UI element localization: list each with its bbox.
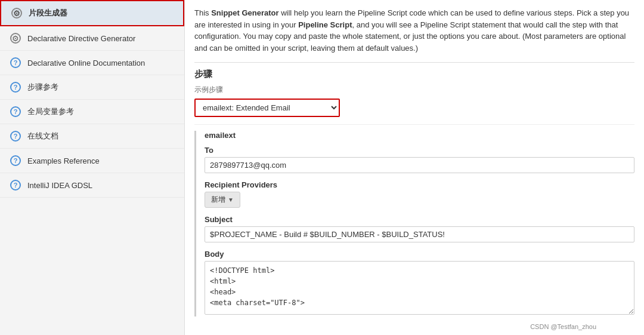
- sidebar-item-declarative-directive[interactable]: ⚙Declarative Directive Generator: [0, 26, 184, 51]
- dropdown-arrow-icon: ▼: [228, 196, 234, 203]
- watermark: CSDN @Testfan_zhou: [530, 323, 596, 330]
- description-text: This Snippet Generator will help you lea…: [194, 7, 634, 54]
- sidebar-item-label-declarative-directive: Declarative Directive Generator: [27, 34, 135, 43]
- sidebar-item-label-step-reference: 步骤参考: [27, 82, 58, 93]
- snippet-bold: Snippet Generator: [211, 8, 278, 17]
- question-icon-4: ?: [10, 106, 21, 118]
- sidebar-item-examples-reference[interactable]: ?Examples Reference: [0, 149, 184, 173]
- recipient-providers-group: Recipient Providers 新增 ▼: [205, 180, 634, 208]
- to-field-group: To: [205, 146, 634, 173]
- step-selector-wrapper[interactable]: emailext: Extended Emailsh: Shell Script…: [194, 99, 340, 117]
- question-circle-icon: ?: [10, 82, 21, 93]
- sidebar-item-label-global-var-reference: 全局变量参考: [27, 106, 74, 117]
- gear-icon-0: ⚙: [11, 7, 23, 19]
- question-icon-7: ?: [10, 179, 21, 191]
- step-name: emailext: [205, 131, 634, 140]
- sidebar-item-intellij-gdsl[interactable]: ?IntelliJ IDEA GDSL: [0, 173, 184, 198]
- add-button-label: 新增: [211, 195, 225, 205]
- question-circle-icon: ?: [10, 57, 21, 68]
- main-content: This Snippet Generator will help you lea…: [185, 0, 644, 335]
- sidebar-item-global-var-reference[interactable]: ?全局变量参考: [0, 100, 184, 124]
- to-label: To: [205, 146, 634, 155]
- subject-label: Subject: [205, 215, 634, 224]
- question-icon-5: ?: [10, 130, 21, 142]
- sidebar-item-online-docs[interactable]: ?在线文档: [0, 124, 184, 149]
- sidebar-item-snippet-generator[interactable]: ⚙片段生成器: [0, 0, 184, 26]
- question-circle-icon: ?: [10, 180, 21, 190]
- add-recipient-button[interactable]: 新增 ▼: [205, 192, 240, 208]
- gear-circle-icon: ⚙: [11, 8, 22, 19]
- question-icon-3: ?: [10, 81, 21, 93]
- body-field-group: Body: [205, 250, 634, 316]
- gear-icon-1: ⚙: [10, 32, 21, 44]
- description-prefix: This: [194, 8, 211, 17]
- sidebar-item-label-snippet-generator: 片段生成器: [29, 8, 67, 19]
- question-circle-icon: ?: [10, 155, 21, 166]
- step-selector[interactable]: emailext: Extended Emailsh: Shell Script…: [196, 100, 339, 116]
- sub-label: 示例步骤: [194, 85, 634, 95]
- recipient-providers-label: Recipient Providers: [205, 180, 634, 189]
- gear-circle-icon: ⚙: [10, 33, 21, 44]
- sidebar-item-label-examples-reference: Examples Reference: [27, 156, 100, 165]
- to-input[interactable]: [205, 157, 634, 173]
- steps-section-title: 步骤: [194, 62, 634, 80]
- question-circle-icon: ?: [10, 106, 21, 117]
- body-textarea[interactable]: [205, 261, 634, 315]
- sidebar-item-label-online-docs: 在线文档: [27, 131, 58, 142]
- step-config: emailext To Recipient Providers 新增 ▼ Sub…: [194, 131, 634, 316]
- step-separator: [194, 124, 634, 125]
- sidebar-item-label-declarative-docs: Declarative Online Documentation: [27, 59, 145, 67]
- subject-input[interactable]: [205, 226, 634, 242]
- main-body: This Snippet Generator will help you lea…: [185, 0, 644, 335]
- sidebar: ⚙片段生成器⚙Declarative Directive Generator?D…: [0, 0, 185, 335]
- pipeline-bold: Pipeline Script: [298, 20, 352, 29]
- question-icon-2: ?: [10, 57, 21, 69]
- question-circle-icon: ?: [10, 131, 21, 142]
- sidebar-item-label-intellij-gdsl: IntelliJ IDEA GDSL: [27, 181, 92, 190]
- body-label: Body: [205, 250, 634, 259]
- subject-field-group: Subject: [205, 215, 634, 242]
- sidebar-item-step-reference[interactable]: ?步骤参考: [0, 75, 184, 100]
- question-icon-6: ?: [10, 155, 21, 167]
- sidebar-item-declarative-docs[interactable]: ?Declarative Online Documentation: [0, 51, 184, 75]
